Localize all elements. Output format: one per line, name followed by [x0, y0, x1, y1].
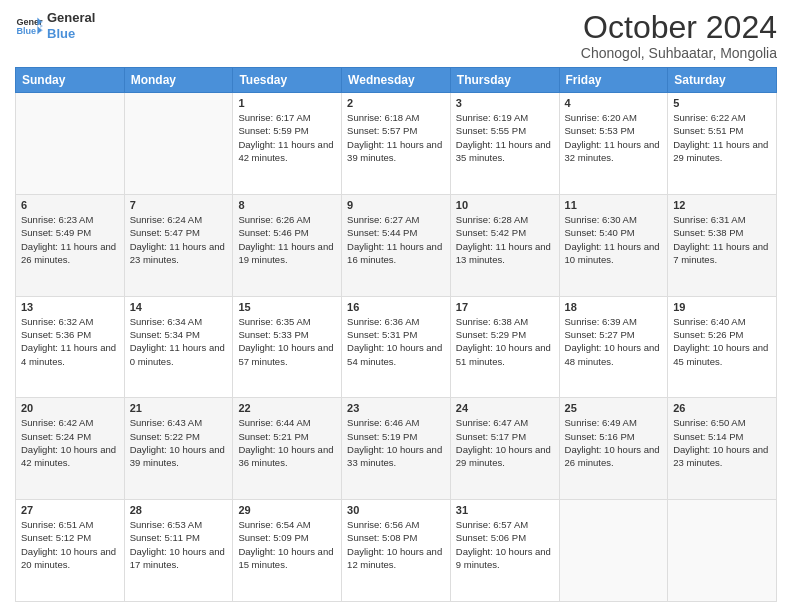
calendar-cell: 8Sunrise: 6:26 AM Sunset: 5:46 PM Daylig… [233, 194, 342, 296]
day-info: Sunrise: 6:20 AM Sunset: 5:53 PM Dayligh… [565, 111, 663, 164]
calendar-cell: 10Sunrise: 6:28 AM Sunset: 5:42 PM Dayli… [450, 194, 559, 296]
calendar-cell: 21Sunrise: 6:43 AM Sunset: 5:22 PM Dayli… [124, 398, 233, 500]
day-info: Sunrise: 6:24 AM Sunset: 5:47 PM Dayligh… [130, 213, 228, 266]
calendar-cell: 7Sunrise: 6:24 AM Sunset: 5:47 PM Daylig… [124, 194, 233, 296]
day-number: 22 [238, 402, 336, 414]
logo-line2: Blue [47, 26, 95, 42]
weekday-header-tuesday: Tuesday [233, 68, 342, 93]
calendar-week-1: 6Sunrise: 6:23 AM Sunset: 5:49 PM Daylig… [16, 194, 777, 296]
day-number: 3 [456, 97, 554, 109]
weekday-header-monday: Monday [124, 68, 233, 93]
day-number: 20 [21, 402, 119, 414]
day-info: Sunrise: 6:46 AM Sunset: 5:19 PM Dayligh… [347, 416, 445, 469]
calendar-cell: 4Sunrise: 6:20 AM Sunset: 5:53 PM Daylig… [559, 93, 668, 195]
day-info: Sunrise: 6:23 AM Sunset: 5:49 PM Dayligh… [21, 213, 119, 266]
calendar-cell: 6Sunrise: 6:23 AM Sunset: 5:49 PM Daylig… [16, 194, 125, 296]
day-info: Sunrise: 6:57 AM Sunset: 5:06 PM Dayligh… [456, 518, 554, 571]
day-info: Sunrise: 6:36 AM Sunset: 5:31 PM Dayligh… [347, 315, 445, 368]
weekday-header-saturday: Saturday [668, 68, 777, 93]
calendar-week-2: 13Sunrise: 6:32 AM Sunset: 5:36 PM Dayli… [16, 296, 777, 398]
day-number: 18 [565, 301, 663, 313]
calendar-cell: 27Sunrise: 6:51 AM Sunset: 5:12 PM Dayli… [16, 500, 125, 602]
day-number: 5 [673, 97, 771, 109]
calendar-cell: 23Sunrise: 6:46 AM Sunset: 5:19 PM Dayli… [342, 398, 451, 500]
day-number: 12 [673, 199, 771, 211]
day-info: Sunrise: 6:56 AM Sunset: 5:08 PM Dayligh… [347, 518, 445, 571]
day-number: 11 [565, 199, 663, 211]
logo: General Blue General Blue [15, 10, 95, 41]
weekday-header-thursday: Thursday [450, 68, 559, 93]
day-number: 26 [673, 402, 771, 414]
day-info: Sunrise: 6:30 AM Sunset: 5:40 PM Dayligh… [565, 213, 663, 266]
weekday-header-wednesday: Wednesday [342, 68, 451, 93]
calendar-cell: 2Sunrise: 6:18 AM Sunset: 5:57 PM Daylig… [342, 93, 451, 195]
day-info: Sunrise: 6:54 AM Sunset: 5:09 PM Dayligh… [238, 518, 336, 571]
day-number: 9 [347, 199, 445, 211]
day-info: Sunrise: 6:34 AM Sunset: 5:34 PM Dayligh… [130, 315, 228, 368]
calendar-cell [668, 500, 777, 602]
day-number: 10 [456, 199, 554, 211]
calendar-cell [16, 93, 125, 195]
header: General Blue General Blue October 2024 C… [15, 10, 777, 61]
calendar-cell: 15Sunrise: 6:35 AM Sunset: 5:33 PM Dayli… [233, 296, 342, 398]
day-info: Sunrise: 6:18 AM Sunset: 5:57 PM Dayligh… [347, 111, 445, 164]
page: General Blue General Blue October 2024 C… [0, 0, 792, 612]
calendar-cell: 12Sunrise: 6:31 AM Sunset: 5:38 PM Dayli… [668, 194, 777, 296]
calendar-cell [559, 500, 668, 602]
day-info: Sunrise: 6:40 AM Sunset: 5:26 PM Dayligh… [673, 315, 771, 368]
day-info: Sunrise: 6:27 AM Sunset: 5:44 PM Dayligh… [347, 213, 445, 266]
day-info: Sunrise: 6:31 AM Sunset: 5:38 PM Dayligh… [673, 213, 771, 266]
calendar-cell: 25Sunrise: 6:49 AM Sunset: 5:16 PM Dayli… [559, 398, 668, 500]
day-info: Sunrise: 6:47 AM Sunset: 5:17 PM Dayligh… [456, 416, 554, 469]
calendar-table: SundayMondayTuesdayWednesdayThursdayFrid… [15, 67, 777, 602]
calendar-cell: 16Sunrise: 6:36 AM Sunset: 5:31 PM Dayli… [342, 296, 451, 398]
calendar-cell: 30Sunrise: 6:56 AM Sunset: 5:08 PM Dayli… [342, 500, 451, 602]
day-number: 25 [565, 402, 663, 414]
calendar-cell: 28Sunrise: 6:53 AM Sunset: 5:11 PM Dayli… [124, 500, 233, 602]
calendar-cell: 20Sunrise: 6:42 AM Sunset: 5:24 PM Dayli… [16, 398, 125, 500]
calendar-cell: 11Sunrise: 6:30 AM Sunset: 5:40 PM Dayli… [559, 194, 668, 296]
calendar-week-3: 20Sunrise: 6:42 AM Sunset: 5:24 PM Dayli… [16, 398, 777, 500]
day-info: Sunrise: 6:22 AM Sunset: 5:51 PM Dayligh… [673, 111, 771, 164]
calendar-week-4: 27Sunrise: 6:51 AM Sunset: 5:12 PM Dayli… [16, 500, 777, 602]
day-info: Sunrise: 6:43 AM Sunset: 5:22 PM Dayligh… [130, 416, 228, 469]
calendar-cell: 19Sunrise: 6:40 AM Sunset: 5:26 PM Dayli… [668, 296, 777, 398]
day-info: Sunrise: 6:49 AM Sunset: 5:16 PM Dayligh… [565, 416, 663, 469]
title-block: October 2024 Chonogol, Suhbaatar, Mongol… [581, 10, 777, 61]
day-number: 14 [130, 301, 228, 313]
calendar-cell: 13Sunrise: 6:32 AM Sunset: 5:36 PM Dayli… [16, 296, 125, 398]
day-info: Sunrise: 6:42 AM Sunset: 5:24 PM Dayligh… [21, 416, 119, 469]
calendar-header: SundayMondayTuesdayWednesdayThursdayFrid… [16, 68, 777, 93]
day-info: Sunrise: 6:51 AM Sunset: 5:12 PM Dayligh… [21, 518, 119, 571]
day-number: 27 [21, 504, 119, 516]
calendar-cell: 18Sunrise: 6:39 AM Sunset: 5:27 PM Dayli… [559, 296, 668, 398]
calendar-cell: 31Sunrise: 6:57 AM Sunset: 5:06 PM Dayli… [450, 500, 559, 602]
calendar-cell: 26Sunrise: 6:50 AM Sunset: 5:14 PM Dayli… [668, 398, 777, 500]
day-number: 13 [21, 301, 119, 313]
day-number: 7 [130, 199, 228, 211]
day-number: 19 [673, 301, 771, 313]
calendar-body: 1Sunrise: 6:17 AM Sunset: 5:59 PM Daylig… [16, 93, 777, 602]
day-number: 6 [21, 199, 119, 211]
calendar-cell [124, 93, 233, 195]
calendar-cell: 17Sunrise: 6:38 AM Sunset: 5:29 PM Dayli… [450, 296, 559, 398]
day-number: 8 [238, 199, 336, 211]
calendar-cell: 9Sunrise: 6:27 AM Sunset: 5:44 PM Daylig… [342, 194, 451, 296]
weekday-header-friday: Friday [559, 68, 668, 93]
day-number: 24 [456, 402, 554, 414]
day-number: 2 [347, 97, 445, 109]
month-title: October 2024 [581, 10, 777, 45]
day-number: 1 [238, 97, 336, 109]
logo-text: General Blue [47, 10, 95, 41]
day-number: 23 [347, 402, 445, 414]
weekday-header-row: SundayMondayTuesdayWednesdayThursdayFrid… [16, 68, 777, 93]
day-info: Sunrise: 6:44 AM Sunset: 5:21 PM Dayligh… [238, 416, 336, 469]
day-info: Sunrise: 6:53 AM Sunset: 5:11 PM Dayligh… [130, 518, 228, 571]
logo-line1: General [47, 10, 95, 26]
day-info: Sunrise: 6:39 AM Sunset: 5:27 PM Dayligh… [565, 315, 663, 368]
calendar-week-0: 1Sunrise: 6:17 AM Sunset: 5:59 PM Daylig… [16, 93, 777, 195]
day-info: Sunrise: 6:17 AM Sunset: 5:59 PM Dayligh… [238, 111, 336, 164]
day-info: Sunrise: 6:38 AM Sunset: 5:29 PM Dayligh… [456, 315, 554, 368]
calendar-cell: 24Sunrise: 6:47 AM Sunset: 5:17 PM Dayli… [450, 398, 559, 500]
subtitle: Chonogol, Suhbaatar, Mongolia [581, 45, 777, 61]
